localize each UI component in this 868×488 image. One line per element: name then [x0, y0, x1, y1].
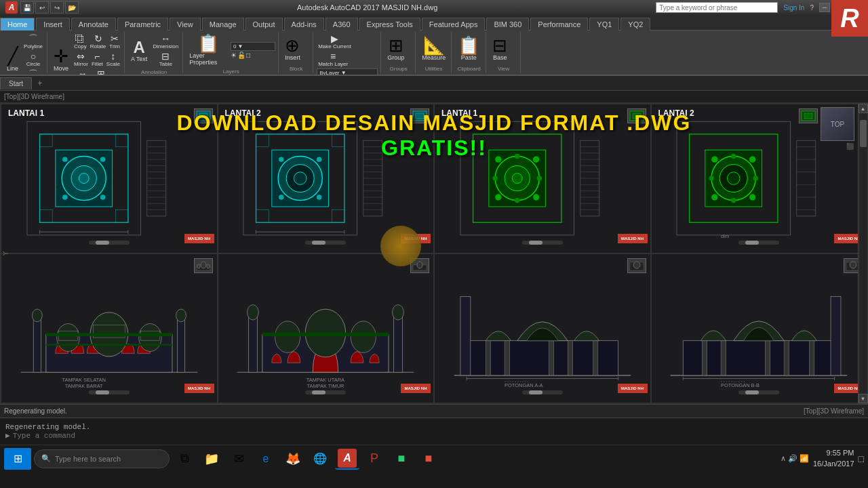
- viewport-3-scrollbar[interactable]: [522, 241, 563, 245]
- mail-app[interactable]: ✉: [226, 448, 251, 470]
- viewport-5-scrollbar[interactable]: [89, 390, 130, 394]
- trim-button[interactable]: ✂Trim: [108, 33, 121, 50]
- redo-button[interactable]: ↪: [50, 1, 64, 14]
- help-button[interactable]: ?: [810, 4, 814, 12]
- layer-dropdown[interactable]: 0 ▼: [231, 42, 275, 51]
- viewport-7-scrollbar[interactable]: [522, 390, 563, 394]
- document-tabs: Start +: [0, 76, 868, 91]
- viewport-2-scrollbar[interactable]: [305, 241, 346, 245]
- tab-bim360[interactable]: BIM 360: [486, 18, 529, 30]
- autocad-taskbar-app[interactable]: A: [335, 448, 359, 470]
- tab-home[interactable]: Home: [0, 18, 35, 30]
- viewport-5[interactable]: TAMPAK SELATAN TAMPAK BARAT MASJID NH: [1, 253, 218, 403]
- search-input[interactable]: [656, 2, 778, 13]
- tab-a360[interactable]: A360: [326, 18, 358, 30]
- viewport-1[interactable]: LANTAI 1: [1, 104, 218, 253]
- viewport-7-content: POTONGAN A-A: [435, 254, 650, 403]
- svg-rect-168: [721, 341, 726, 375]
- properties-dropdown[interactable]: ByLayer ▼: [317, 68, 378, 75]
- rotate-button[interactable]: ↻Rotate: [89, 33, 108, 50]
- notification-icon[interactable]: □: [859, 453, 864, 464]
- svg-point-7: [79, 174, 89, 184]
- chrome-app[interactable]: 🌐: [308, 448, 332, 470]
- watermark-1: MASJID NH: [184, 234, 214, 243]
- match-layer-button[interactable]: ≡Match Layer: [317, 51, 349, 68]
- viewport-7[interactable]: POTONGAN A-A MASJID NH: [434, 253, 651, 403]
- viewport-8[interactable]: POTONGAN B-B MASJID NH: [651, 253, 868, 403]
- viewport-8-scrollbar[interactable]: [738, 390, 779, 394]
- minimize-button[interactable]: ─: [819, 3, 830, 12]
- new-tab-button[interactable]: +: [32, 77, 47, 90]
- layer-freeze-icon[interactable]: ☀: [231, 52, 237, 59]
- scale-button[interactable]: ↕Scale: [105, 51, 121, 68]
- array-button[interactable]: ⊞Array: [93, 68, 108, 75]
- viewport-4-scrollbar[interactable]: [738, 241, 779, 245]
- edge-app[interactable]: e: [254, 448, 278, 470]
- layer-color-icon[interactable]: □: [246, 52, 250, 59]
- viewport-6[interactable]: TAMPAK UTARA TAMPAK TIMUR MASJID NH: [218, 253, 435, 403]
- make-current-button[interactable]: ▶Make Current: [317, 33, 352, 50]
- svg-rect-152: [486, 341, 490, 375]
- firefox-app[interactable]: 🦊: [281, 448, 305, 470]
- viewport-4[interactable]: LANTAI 2 TOP ⬛: [651, 104, 868, 253]
- move-button[interactable]: ✛ Move: [51, 46, 71, 73]
- tab-insert[interactable]: Insert: [36, 18, 70, 30]
- tab-express[interactable]: Express Tools: [359, 18, 420, 30]
- model-tab[interactable]: Start: [0, 77, 32, 89]
- copy-button[interactable]: ⿻Copy: [73, 33, 88, 50]
- table-button[interactable]: ⊟Table: [151, 51, 180, 68]
- powerpoint-app[interactable]: P: [362, 448, 387, 470]
- vertical-scrollbar[interactable]: ▲ ▼: [858, 104, 867, 403]
- green-app[interactable]: ■: [389, 448, 414, 470]
- arc-button[interactable]: ⌒Arc: [22, 68, 44, 75]
- file-explorer-app[interactable]: 📁: [199, 448, 224, 470]
- scroll-thumb[interactable]: [860, 120, 867, 147]
- sign-in-button[interactable]: Sign In: [783, 4, 804, 12]
- mirror-button[interactable]: ⇔Mirror: [73, 51, 90, 68]
- tab-annotate[interactable]: Annotate: [71, 18, 116, 30]
- tab-view[interactable]: View: [170, 18, 201, 30]
- paste-button[interactable]: 📋 Paste: [455, 35, 482, 62]
- tab-addins[interactable]: Add-ins: [284, 18, 324, 30]
- scroll-down-button[interactable]: ▼: [859, 394, 868, 403]
- line-button[interactable]: ╱ Line: [4, 46, 21, 73]
- viewport-3[interactable]: LANTAI 1: [434, 104, 651, 253]
- circle-button[interactable]: ○Circle: [22, 51, 44, 68]
- task-view-button[interactable]: ⧉: [172, 448, 197, 470]
- red-app[interactable]: ■: [416, 448, 441, 470]
- svg-point-9: [100, 157, 105, 162]
- layer-lock-icon[interactable]: 🔓: [237, 52, 245, 59]
- dimension-button[interactable]: ↔Dimension: [151, 33, 180, 50]
- svg-rect-154: [549, 341, 553, 375]
- fillet-button[interactable]: ⌐Fillet: [90, 51, 104, 68]
- base-button[interactable]: ⊟ Base: [490, 35, 510, 62]
- tab-manage[interactable]: Manage: [202, 18, 244, 30]
- nav-cube[interactable]: TOP ⬛: [821, 107, 854, 141]
- tab-yq2[interactable]: YQ2: [620, 18, 650, 30]
- measure-button[interactable]: 📐 Measure: [419, 35, 448, 62]
- viewport-6-scrollbar[interactable]: [305, 390, 346, 394]
- polyline-button[interactable]: ⌒Polyline: [22, 33, 44, 50]
- save-button[interactable]: 💾: [20, 1, 34, 14]
- tab-featured[interactable]: Featured Apps: [422, 18, 486, 30]
- text-button[interactable]: A A Text: [128, 38, 150, 64]
- taskbar-search[interactable]: 🔍 Type here to search: [34, 449, 170, 468]
- undo-button[interactable]: ↩: [35, 1, 49, 14]
- svg-text:dim: dim: [721, 234, 729, 240]
- layer-properties-button[interactable]: 📋 Layer Properties: [186, 33, 229, 67]
- stretch-button[interactable]: ↔Stretch: [73, 68, 92, 75]
- start-button[interactable]: ⊞: [4, 448, 31, 470]
- command-input[interactable]: [13, 432, 863, 440]
- tab-output[interactable]: Output: [245, 18, 283, 30]
- scroll-up-button[interactable]: ▲: [859, 104, 868, 113]
- viewport-1-scrollbar[interactable]: [89, 241, 130, 245]
- tab-yq1[interactable]: YQ1: [589, 18, 619, 30]
- tab-parametric[interactable]: Parametric: [117, 18, 168, 30]
- viewport-3-title: LANTAI 1: [441, 108, 477, 118]
- scroll-track: [860, 113, 867, 394]
- ribbon-content: ╱ Line ⌒Polyline ○Circle ⌒Arc Draw ✛ Mov…: [0, 30, 868, 75]
- insert-button[interactable]: ⊕ Insert: [282, 35, 303, 62]
- tab-performance[interactable]: Performance: [530, 18, 588, 30]
- open-button[interactable]: 📂: [65, 1, 79, 14]
- group-button[interactable]: ⊞ Group: [384, 35, 407, 62]
